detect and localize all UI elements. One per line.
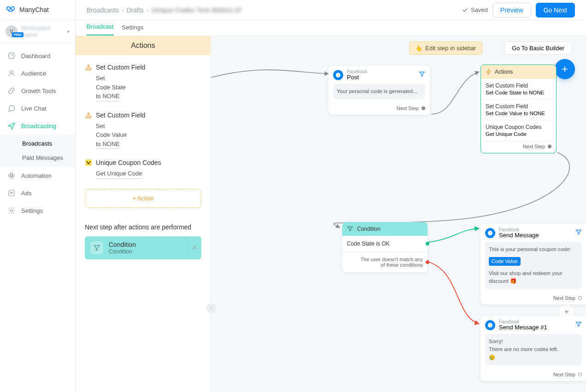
subnav-broadcasts[interactable]: Broadcasts bbox=[0, 136, 75, 151]
flow-canvas[interactable]: 👆 Edit step in sidebar Go To Basic Build… bbox=[211, 36, 586, 392]
go-basic-builder-button[interactable]: Go To Basic Builder bbox=[504, 41, 572, 55]
nav-settings[interactable]: Settings bbox=[0, 202, 75, 219]
funnel-icon[interactable] bbox=[575, 321, 582, 329]
left-sidebar: ManyChat V Workspace Name PRO ▾ Dashboar… bbox=[0, 0, 76, 392]
go-next-button[interactable]: Go Next bbox=[536, 3, 575, 18]
nav-label: Audience bbox=[21, 70, 46, 77]
nav-dashboard[interactable]: Dashboard bbox=[0, 47, 75, 64]
msg-line: Visit our shop and redeem your discount … bbox=[489, 269, 578, 286]
condition-row-else: The user doesn't match any of these cond… bbox=[342, 252, 428, 272]
custom-field-icon bbox=[85, 111, 92, 119]
next-step-label: Next Step bbox=[523, 144, 545, 149]
node-send-message[interactable]: Facebook Send Message This is your perso… bbox=[481, 224, 586, 304]
coupon-icon bbox=[85, 159, 92, 166]
add-node-fab[interactable] bbox=[555, 59, 575, 79]
svg-point-0 bbox=[7, 7, 10, 10]
nav-label: Live Chat bbox=[21, 105, 47, 112]
output-port[interactable] bbox=[422, 106, 425, 110]
nav-ads[interactable]: Ads bbox=[0, 184, 75, 202]
nav: Dashboard Audience Growth Tools Live Cha… bbox=[0, 43, 75, 223]
nav-livechat[interactable]: Live Chat bbox=[0, 99, 75, 117]
svg-point-5 bbox=[8, 174, 15, 177]
condition-row-true: Code State is OK bbox=[342, 236, 428, 252]
next-card-sub: Condition bbox=[109, 248, 136, 255]
node-title: Post bbox=[347, 74, 367, 80]
tab-settings[interactable]: Settings bbox=[122, 24, 144, 35]
condition-else-line: The user doesn't match any bbox=[347, 257, 423, 262]
next-card-title: Condition bbox=[109, 241, 136, 248]
next-step-label: Next Step bbox=[397, 105, 419, 111]
ad-icon bbox=[7, 189, 16, 197]
output-port[interactable] bbox=[548, 145, 551, 148]
output-port-false[interactable] bbox=[426, 260, 429, 264]
svg-point-6 bbox=[10, 172, 13, 179]
action-row-detail: Set Code State to NONE bbox=[486, 90, 551, 95]
messenger-icon bbox=[333, 70, 343, 80]
action-row: Set Custom Field Set Code Value to NONE bbox=[481, 99, 556, 120]
nav-broadcasting[interactable]: Broadcasting bbox=[0, 117, 75, 135]
action-row-detail: Get Unique Code bbox=[486, 131, 551, 137]
close-icon[interactable]: ✕ bbox=[188, 236, 201, 259]
preview-button[interactable]: Preview bbox=[492, 3, 531, 18]
svg-rect-11 bbox=[85, 159, 91, 165]
funnel-icon[interactable] bbox=[575, 229, 582, 237]
node-actions[interactable]: Actions Set Custom Field Set Code State … bbox=[481, 64, 557, 153]
pointer-icon: 👆 bbox=[415, 45, 422, 52]
nav-label: Dashboard bbox=[21, 53, 51, 59]
message-preview: Your personal code is generated... bbox=[333, 84, 425, 99]
funnel-icon bbox=[90, 241, 103, 254]
output-port[interactable] bbox=[578, 373, 582, 376]
crumb-broadcasts[interactable]: Broadcasts bbox=[87, 6, 119, 14]
tabs: Broadcast Settings bbox=[76, 20, 586, 36]
brand[interactable]: ManyChat bbox=[0, 0, 75, 20]
node-condition[interactable]: Condition Code State is OK The user does… bbox=[342, 222, 428, 272]
next-step-label: Next Step bbox=[553, 372, 575, 377]
messenger-icon bbox=[485, 320, 495, 330]
edit-in-sidebar-chip[interactable]: 👆 Edit step in sidebar bbox=[409, 41, 482, 55]
crumb-drafts[interactable]: Drafts bbox=[127, 6, 144, 14]
add-action-button[interactable]: + Action bbox=[85, 189, 201, 208]
nav-growth[interactable]: Growth Tools bbox=[0, 82, 75, 99]
condition-else-line: of these conditions bbox=[347, 262, 423, 268]
action-block[interactable]: Set Custom Field Set Code Value to NONE bbox=[85, 111, 201, 149]
svg-rect-9 bbox=[86, 68, 91, 70]
next-step-label: Next Step bbox=[553, 295, 575, 301]
action-row-detail: Set Code Value to NONE bbox=[486, 111, 551, 116]
action-row: Set Custom Field Set Code State to NONE bbox=[481, 79, 556, 99]
node-send-message-1[interactable]: Facebook Send Message #1 Sorry! There ar… bbox=[481, 316, 586, 381]
funnel-icon[interactable] bbox=[419, 71, 425, 79]
node-title: Send Message bbox=[499, 232, 539, 238]
collapse-panel-button[interactable]: ‹ bbox=[206, 303, 217, 313]
builder: Actions Set Custom Field Set Code State … bbox=[76, 36, 586, 392]
node-title: Send Message #1 bbox=[499, 324, 547, 330]
action-row-title: Set Custom Field bbox=[486, 82, 551, 89]
next-step-card[interactable]: Condition Condition ✕ bbox=[85, 236, 201, 259]
condition-text: Code State is OK bbox=[347, 240, 390, 247]
action-line: to NONE bbox=[96, 140, 120, 149]
nav-audience[interactable]: Audience bbox=[0, 64, 75, 82]
svg-rect-10 bbox=[86, 116, 91, 118]
msg-line: This is your personal coupon code: bbox=[489, 246, 578, 253]
account-switcher[interactable]: V Workspace Name PRO ▾ bbox=[0, 20, 75, 43]
action-row-title: Set Custom Field bbox=[486, 103, 551, 110]
action-block[interactable]: Unique Coupon Codes Get Unique Code bbox=[85, 159, 201, 179]
output-port[interactable] bbox=[578, 296, 582, 300]
action-line: Set bbox=[96, 122, 201, 131]
breadcrumb: Broadcasts › Drafts › Unique Codes Test … bbox=[87, 6, 462, 14]
nav-automation[interactable]: Automation bbox=[0, 167, 75, 184]
next-step-label: Next step after actions are performed bbox=[85, 223, 201, 231]
msg-line: There are no more codes left. bbox=[489, 345, 578, 353]
saved-indicator: Saved bbox=[462, 6, 488, 13]
check-icon bbox=[462, 7, 468, 13]
subnav-paid[interactable]: Paid Messages bbox=[0, 151, 75, 165]
node-title: Condition bbox=[357, 226, 381, 232]
pro-badge: PRO bbox=[12, 32, 23, 37]
content: Broadcasts › Drafts › Unique Codes Test … bbox=[76, 0, 586, 392]
crumb-title[interactable]: Unique Codes Test 202011-27 bbox=[152, 6, 242, 14]
node-post[interactable]: Facebook Post Your personal code is gene… bbox=[328, 66, 430, 115]
action-title: Set Custom Field bbox=[96, 111, 145, 119]
tab-broadcast[interactable]: Broadcast bbox=[87, 23, 114, 35]
nav-label: Broadcasting bbox=[21, 123, 56, 129]
action-block[interactable]: Set Custom Field Set Code State to NONE bbox=[85, 64, 201, 101]
output-port-true[interactable] bbox=[426, 242, 429, 246]
